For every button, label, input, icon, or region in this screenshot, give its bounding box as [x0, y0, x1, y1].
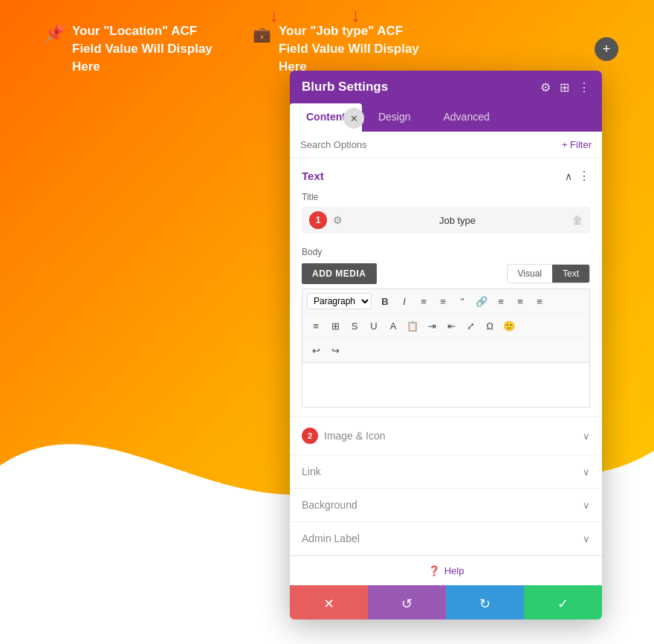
section-icons: ∧ ⋮	[565, 169, 590, 183]
text-section: Text ∧ ⋮ Title 1 ⚙ Job type 🗑 Body	[290, 158, 602, 417]
special-chars-button[interactable]: Ω	[481, 317, 499, 335]
editor-content-area[interactable]	[302, 363, 590, 408]
title-input-row: 1 ⚙ Job type 🗑	[302, 207, 590, 234]
text-section-title: Text	[302, 170, 324, 182]
text-section-label: Text	[302, 170, 324, 182]
search-bar: + Filter	[290, 132, 602, 158]
more-icon[interactable]: ⋮	[578, 80, 590, 94]
text-tab[interactable]: Text	[552, 265, 589, 283]
annotation-right-text: Your "Job type" ACF Field Value Will Dis…	[279, 22, 427, 75]
emoji-button[interactable]: 🙂	[500, 317, 518, 335]
toolbar-row-1: Paragraph H1H2H3 B I ≡ ≡ " 🔗 ≡ ≡ ≡	[302, 289, 589, 314]
action-bar: ✕ ↺ ↻ ✓	[290, 585, 602, 619]
indent-button[interactable]: ⇥	[423, 317, 441, 335]
chevron-up-icon[interactable]: ∧	[565, 170, 572, 182]
fullscreen-button[interactable]: ⤢	[462, 317, 479, 335]
paragraph-select[interactable]: Paragraph H1H2H3	[307, 293, 372, 309]
layout-icon[interactable]: ⊞	[560, 80, 569, 94]
header-icons: ⚙ ⊞ ⋮	[540, 80, 590, 94]
link-chevron: ∨	[583, 466, 590, 477]
briefcase-icon: 💼	[253, 25, 271, 43]
blockquote-button[interactable]: "	[453, 292, 471, 310]
title-field-row: Title 1 ⚙ Job type 🗑	[290, 189, 602, 241]
undo-editor-button[interactable]: ↩	[307, 341, 325, 359]
bold-button[interactable]: B	[376, 292, 394, 310]
panel-close-button[interactable]: ✕	[343, 108, 364, 129]
visual-text-tabs: Visual Text	[507, 264, 590, 283]
paste-button[interactable]: 📋	[404, 317, 421, 335]
redo-editor-button[interactable]: ↪	[326, 341, 344, 359]
text-section-header: Text ∧ ⋮	[290, 158, 602, 189]
background-chevron: ∨	[583, 500, 590, 511]
unordered-list-button[interactable]: ≡	[415, 292, 433, 310]
outdent-button[interactable]: ⇤	[442, 317, 460, 335]
trash-icon[interactable]: 🗑	[572, 214, 583, 226]
gear-icon[interactable]: ⚙	[333, 214, 343, 226]
align-left-button[interactable]: ≡	[492, 292, 510, 310]
blurb-settings-panel: Blurb Settings ⚙ ⊞ ⋮ Content Design Adva…	[290, 71, 602, 619]
admin-label-section[interactable]: Admin Label ∨	[290, 522, 602, 556]
annotation-left-text: Your "Location" ACF Field Value Will Dis…	[72, 22, 221, 75]
image-section-badge: 2	[302, 428, 318, 444]
cancel-button[interactable]: ✕	[290, 585, 368, 619]
help-label: Help	[444, 565, 464, 576]
background-label: Background	[302, 499, 357, 511]
annotation-right: 💼 Your "Job type" ACF Field Value Will D…	[253, 22, 427, 75]
strikethrough-button[interactable]: S	[346, 317, 363, 335]
help-bar[interactable]: ❓ Help	[290, 556, 602, 585]
filter-button[interactable]: + Filter	[562, 139, 592, 150]
editor-top: ADD MEDIA Visual Text	[302, 263, 590, 284]
align-right-button[interactable]: ≡	[531, 292, 548, 310]
background-section[interactable]: Background ∨	[290, 489, 602, 522]
search-input[interactable]	[300, 139, 556, 150]
editor-toolbar: Paragraph H1H2H3 B I ≡ ≡ " 🔗 ≡ ≡ ≡	[302, 289, 590, 363]
title-badge: 1	[309, 211, 327, 229]
help-icon: ❓	[428, 565, 440, 576]
italic-button[interactable]: I	[395, 292, 413, 310]
toolbar-row-3: ↩ ↪	[302, 338, 589, 362]
plus-button[interactable]: +	[595, 37, 618, 61]
panel-body: Text ∧ ⋮ Title 1 ⚙ Job type 🗑 Body	[290, 158, 602, 619]
add-media-button[interactable]: ADD MEDIA	[302, 263, 377, 284]
align-center-button[interactable]: ≡	[511, 292, 529, 310]
body-label: Body	[302, 247, 590, 257]
panel-tabs: Content Design Advanced	[290, 103, 602, 132]
pin-icon: 📌	[45, 24, 65, 43]
tab-advanced[interactable]: Advanced	[427, 103, 505, 132]
table-button[interactable]: ⊞	[326, 317, 344, 335]
body-field-row: Body ADD MEDIA Visual Text Paragraph H1H…	[290, 241, 602, 416]
save-button[interactable]: ✓	[524, 585, 602, 619]
ordered-list-button[interactable]: ≡	[434, 292, 452, 310]
image-icon-label: Image & Icon	[324, 430, 386, 442]
undo-button[interactable]: ↺	[368, 585, 446, 619]
title-value: Job type	[349, 215, 566, 226]
section-menu-icon[interactable]: ⋮	[578, 169, 590, 183]
link-button[interactable]: 🔗	[473, 292, 490, 310]
annotation-left: 📌 Your "Location" ACF Field Value Will D…	[45, 22, 221, 75]
link-section[interactable]: Link ∨	[290, 455, 602, 489]
panel-title: Blurb Settings	[302, 80, 388, 94]
admin-label-chevron: ∨	[583, 533, 590, 544]
title-label: Title	[302, 192, 590, 202]
underline-button[interactable]: U	[365, 317, 383, 335]
font-color-button[interactable]: A	[384, 317, 402, 335]
admin-label-text: Admin Label	[302, 532, 360, 544]
redo-button[interactable]: ↻	[446, 585, 524, 619]
panel-header: Blurb Settings ⚙ ⊞ ⋮	[290, 71, 602, 103]
image-icon-chevron: ∨	[583, 431, 590, 442]
tab-design[interactable]: Design	[362, 103, 427, 132]
align-justify-button[interactable]: ≡	[307, 317, 325, 335]
toolbar-row-2: ≡ ⊞ S U A 📋 ⇥ ⇤ ⤢ Ω 🙂	[302, 314, 589, 338]
image-icon-section[interactable]: 2 Image & Icon ∨	[290, 417, 602, 455]
link-label: Link	[302, 466, 321, 477]
visual-tab[interactable]: Visual	[508, 265, 552, 283]
settings-icon[interactable]: ⚙	[540, 80, 551, 94]
